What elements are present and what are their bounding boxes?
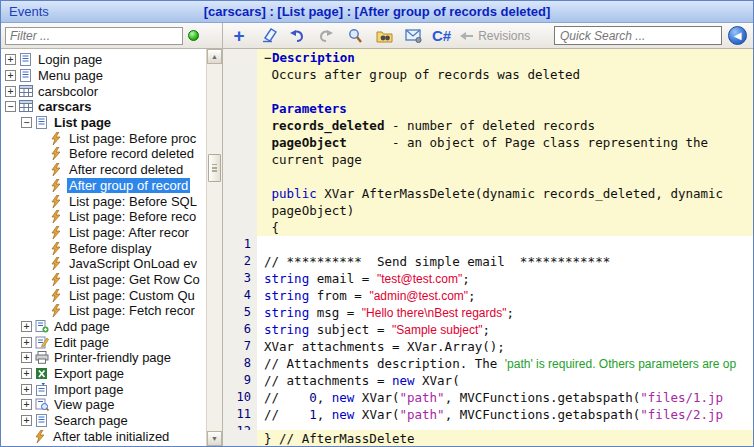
tree-item[interactable]: List page: Fetch recor xyxy=(1,303,206,319)
expand-plus-icon[interactable]: + xyxy=(21,399,32,410)
tree-item-label[interactable]: List page: Fetch recor xyxy=(67,303,197,318)
code-line[interactable]: 5string msg = "Hello there\nBest regards… xyxy=(223,304,753,321)
snippets-button[interactable] xyxy=(374,26,394,46)
readonly-header-line[interactable] xyxy=(223,168,753,185)
expand-plus-icon[interactable]: + xyxy=(21,337,32,348)
code-line[interactable]: 10// 0, new XVar("path", MVCFunctions.ge… xyxy=(223,389,753,406)
tree-item-label[interactable]: List page xyxy=(52,115,113,130)
code-text[interactable]: // Attachments description. The 'path' i… xyxy=(257,355,753,372)
tree-item-label[interactable]: Printer-friendly page xyxy=(52,350,173,365)
clear-button[interactable] xyxy=(258,26,278,46)
code-line[interactable]: 2// ********** Send simple email *******… xyxy=(223,253,753,270)
add-event-button[interactable]: + xyxy=(229,26,249,46)
expand-plus-icon[interactable]: + xyxy=(21,415,32,426)
tree-item[interactable]: +Printer-friendly page xyxy=(1,350,206,366)
tree-item[interactable]: List page: After recor xyxy=(1,225,206,241)
scroll-down-icon[interactable]: ▼ xyxy=(207,431,222,446)
quick-search-input[interactable] xyxy=(554,26,722,45)
code-text[interactable]: public XVar AfterMassDelete(dynamic reco… xyxy=(257,185,753,202)
tree-item-label[interactable]: JavaScript OnLoad ev xyxy=(67,256,199,271)
code-text[interactable] xyxy=(257,236,753,253)
tree-item[interactable]: Before record deleted xyxy=(1,146,206,162)
expand-plus-icon[interactable]: + xyxy=(5,86,16,97)
language-csharp-button[interactable]: C# xyxy=(432,26,451,46)
code-line[interactable]: 9// attachments = new XVar( xyxy=(223,372,753,389)
code-text[interactable]: // attachments = new XVar( xyxy=(257,372,753,389)
undo-button[interactable] xyxy=(287,26,307,46)
tree-item[interactable]: List page: Before SQL xyxy=(1,193,206,209)
code-text[interactable]: Parameters xyxy=(257,100,753,117)
tree-item[interactable]: List page: Before reco xyxy=(1,209,206,225)
tree-scrollbar[interactable]: ▲ ▼ xyxy=(206,49,222,446)
code-text[interactable]: } // AfterMassDelete xyxy=(257,430,753,446)
readonly-header-line[interactable]: { xyxy=(223,219,753,236)
scroll-up-icon[interactable]: ▲ xyxy=(207,49,222,64)
code-text[interactable]: // 0, new XVar("path", MVCFunctions.geta… xyxy=(257,389,753,406)
code-text[interactable]: Occurs after group of records was delete… xyxy=(257,66,753,83)
tree-item[interactable]: −List page xyxy=(1,115,206,131)
tree-item-label[interactable]: List page: Get Row Co xyxy=(67,272,202,287)
code-text[interactable]: // 1, new XVar("path", MVCFunctions.geta… xyxy=(257,406,753,423)
readonly-footer-line[interactable]: } // AfterMassDelete xyxy=(223,430,753,446)
code-text[interactable]: pageObject - an object of Page class rep… xyxy=(257,134,753,151)
tree-item[interactable]: +Login page xyxy=(1,52,206,68)
scroll-track[interactable] xyxy=(207,64,222,431)
readonly-header-line[interactable] xyxy=(223,83,753,100)
readonly-header-line[interactable]: pageObject - an object of Page class rep… xyxy=(223,134,753,151)
code-text[interactable]: { xyxy=(257,219,753,236)
code-text[interactable] xyxy=(257,423,753,430)
tree-item[interactable]: List page: Custom Qu xyxy=(1,287,206,303)
tree-item-label[interactable]: View page xyxy=(52,397,116,412)
readonly-header-line[interactable]: Occurs after group of records was delete… xyxy=(223,66,753,83)
tree-item-label[interactable]: List page: Before reco xyxy=(67,209,198,224)
tree-item[interactable]: After group of record xyxy=(1,178,206,194)
redo-button[interactable] xyxy=(316,26,336,46)
filter-apply-icon[interactable] xyxy=(188,30,199,41)
tree-item-label[interactable]: carscars xyxy=(36,99,94,114)
tree-item-label[interactable]: List page: Before SQL xyxy=(67,194,199,209)
expand-plus-icon[interactable]: + xyxy=(21,384,32,395)
collapse-minus-icon[interactable]: − xyxy=(5,101,16,112)
email-settings-button[interactable] xyxy=(403,26,423,46)
code-text[interactable] xyxy=(257,83,753,100)
tree-item-label[interactable]: List page: Before proc xyxy=(67,131,198,146)
tree-item-label[interactable]: Import page xyxy=(52,382,125,397)
expand-plus-icon[interactable]: + xyxy=(5,70,16,81)
tree-item[interactable]: +Edit page xyxy=(1,334,206,350)
readonly-header-line[interactable]: Parameters xyxy=(223,100,753,117)
code-line[interactable]: 4string from = "admin@test.com"; xyxy=(223,287,753,304)
tree-item-label[interactable]: Before record deleted xyxy=(67,146,196,161)
tree-item[interactable]: After record deleted xyxy=(1,162,206,178)
tree-item[interactable]: +carsbcolor xyxy=(1,83,206,99)
tree-item[interactable]: +Import page xyxy=(1,381,206,397)
tree-item[interactable]: +Export page xyxy=(1,366,206,382)
expand-plus-icon[interactable]: + xyxy=(21,321,32,332)
tree-item[interactable]: +View page xyxy=(1,397,206,413)
readonly-header-line[interactable]: current page xyxy=(223,151,753,168)
code-editor[interactable]: −Description Occurs after group of recor… xyxy=(223,49,753,446)
tree-item-label[interactable]: List page: Custom Qu xyxy=(67,288,197,303)
tree-item-label[interactable]: Export page xyxy=(52,366,126,381)
readonly-header-line[interactable]: −Description xyxy=(223,49,753,66)
tree-item-label[interactable]: After table initialized xyxy=(51,429,171,444)
code-text[interactable]: XVar attachments = XVar.Array(); xyxy=(257,338,753,355)
code-text[interactable]: pageObject) xyxy=(257,202,753,219)
tree-item[interactable]: List page: Get Row Co xyxy=(1,272,206,288)
tree-item-label[interactable]: After record deleted xyxy=(67,162,185,177)
code-text[interactable]: string email = "test@test.com"; xyxy=(257,270,753,287)
back-button[interactable]: ◀ xyxy=(728,26,747,45)
tree-item-label[interactable]: Add page xyxy=(52,319,112,334)
tree-item-label[interactable]: Before display xyxy=(67,241,153,256)
expand-plus-icon[interactable]: + xyxy=(21,368,32,379)
tree-item-label[interactable]: Menu page xyxy=(36,68,105,83)
tree-item-label[interactable]: Login page xyxy=(36,52,104,67)
collapse-minus-icon[interactable]: − xyxy=(21,117,32,128)
scroll-thumb[interactable] xyxy=(208,154,221,182)
tree-item[interactable]: +Menu page xyxy=(1,68,206,84)
expand-plus-icon[interactable]: + xyxy=(21,352,32,363)
code-text[interactable]: −Description xyxy=(257,49,753,66)
code-text[interactable]: records_deleted - number of deleted reco… xyxy=(257,117,753,134)
readonly-header-line[interactable]: records_deleted - number of deleted reco… xyxy=(223,117,753,134)
code-text[interactable]: current page xyxy=(257,151,753,168)
find-button[interactable] xyxy=(345,26,365,46)
